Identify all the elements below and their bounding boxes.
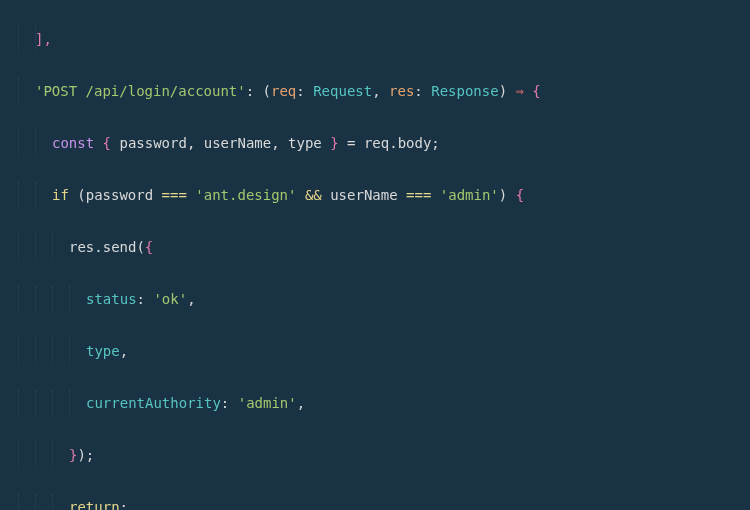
code-token: 'ant.design' xyxy=(195,187,296,203)
code-token: === xyxy=(162,187,187,203)
code-token: res xyxy=(389,83,414,99)
code-token: status xyxy=(86,291,137,307)
code-token: type xyxy=(86,343,120,359)
code-line: ], xyxy=(18,26,750,52)
code-line: if (password === 'ant.design' && userNam… xyxy=(18,182,750,208)
code-token: === xyxy=(406,187,431,203)
code-token: , xyxy=(271,135,288,151)
code-line: type, xyxy=(18,338,750,364)
code-token: { xyxy=(524,83,541,99)
code-line: currentAuthority: 'admin', xyxy=(18,390,750,416)
code-token: type xyxy=(288,135,322,151)
code-token: , xyxy=(120,343,128,359)
code-token: } xyxy=(322,135,339,151)
code-token xyxy=(296,187,304,203)
code-token: (password xyxy=(69,187,162,203)
code-token: = req.body; xyxy=(339,135,440,151)
code-line: res.send({ xyxy=(18,234,750,260)
code-line: status: 'ok', xyxy=(18,286,750,312)
code-token: 'admin' xyxy=(238,395,297,411)
code-token: , xyxy=(187,291,195,307)
code-token: ) xyxy=(499,187,516,203)
code-token: return xyxy=(69,499,120,510)
code-token: if xyxy=(52,187,69,203)
code-token: && xyxy=(305,187,322,203)
code-line: return; xyxy=(18,494,750,510)
code-token: password xyxy=(119,135,186,151)
code-token: { xyxy=(516,187,524,203)
code-editor[interactable]: ], 'POST /api/login/account': (req: Requ… xyxy=(18,0,750,510)
code-token: , xyxy=(372,83,389,99)
code-token: ) xyxy=(499,83,516,99)
code-token: , xyxy=(297,395,305,411)
code-token: Request xyxy=(313,83,372,99)
code-token: ); xyxy=(77,447,94,463)
code-token: Response xyxy=(431,83,498,99)
code-token: : xyxy=(137,291,154,307)
code-token: 'POST /api/login/account' xyxy=(35,83,246,99)
code-line: const { password, userName, type } = req… xyxy=(18,130,750,156)
code-token: : xyxy=(296,83,313,99)
code-token: : xyxy=(221,395,238,411)
code-token: res.send( xyxy=(69,239,145,255)
code-token: const xyxy=(52,135,94,151)
code-line: }); xyxy=(18,442,750,468)
code-token: , xyxy=(187,135,204,151)
code-token: currentAuthority xyxy=(86,395,221,411)
code-token: { xyxy=(94,135,119,151)
code-token: 'ok' xyxy=(153,291,187,307)
code-token: ], xyxy=(18,31,52,47)
code-token: userName xyxy=(204,135,271,151)
code-token: ⇒ xyxy=(516,83,524,99)
code-token: ; xyxy=(120,499,128,510)
code-token: 'admin' xyxy=(440,187,499,203)
code-token: : ( xyxy=(246,83,271,99)
code-token: { xyxy=(145,239,153,255)
code-token: req xyxy=(271,83,296,99)
code-line: 'POST /api/login/account': (req: Request… xyxy=(18,78,750,104)
code-token xyxy=(431,187,439,203)
code-token: : xyxy=(414,83,431,99)
code-token: userName xyxy=(322,187,406,203)
